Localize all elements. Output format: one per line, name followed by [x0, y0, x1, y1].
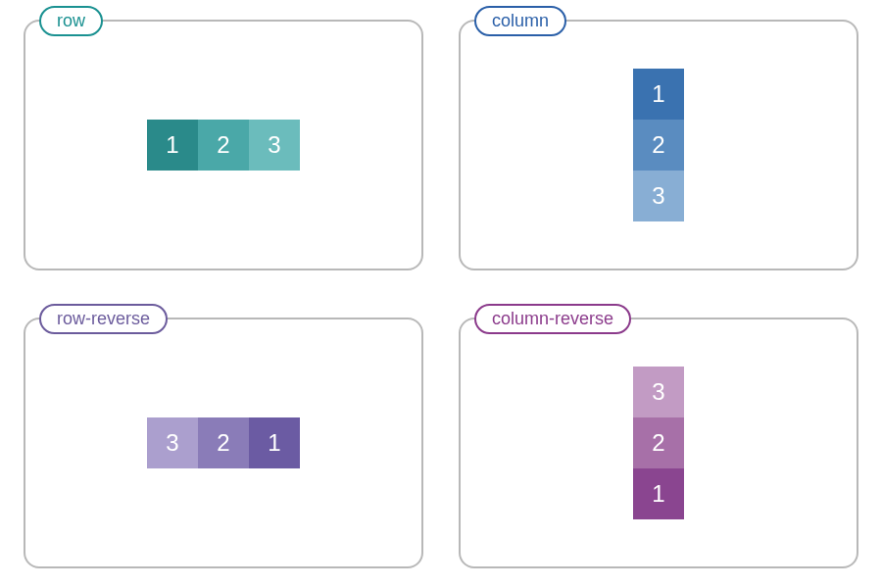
flex-container-row-reverse: 1 2 3 [147, 417, 300, 468]
box-2: 2 [198, 417, 249, 468]
flex-container-column: 1 2 3 [633, 69, 684, 221]
box-1: 1 [249, 417, 300, 468]
flex-container-column-reverse: 1 2 3 [633, 367, 684, 519]
panel-row-reverse: row-reverse 1 2 3 [24, 318, 423, 568]
box-3: 3 [147, 417, 198, 468]
label-column-reverse: column-reverse [474, 304, 631, 334]
panel-row: row 1 2 3 [24, 20, 423, 270]
panel-column-reverse: column-reverse 1 2 3 [459, 318, 858, 568]
label-row-reverse: row-reverse [39, 304, 168, 334]
flex-container-row: 1 2 3 [147, 120, 300, 171]
label-column: column [474, 6, 566, 36]
panel-column: column 1 2 3 [459, 20, 858, 270]
box-1: 1 [633, 468, 684, 519]
box-2: 2 [198, 120, 249, 171]
label-row: row [39, 6, 103, 36]
box-2: 2 [633, 417, 684, 468]
box-2: 2 [633, 120, 684, 171]
box-3: 3 [633, 171, 684, 221]
box-1: 1 [633, 69, 684, 120]
box-3: 3 [633, 367, 684, 417]
box-3: 3 [249, 120, 300, 171]
box-1: 1 [147, 120, 198, 171]
